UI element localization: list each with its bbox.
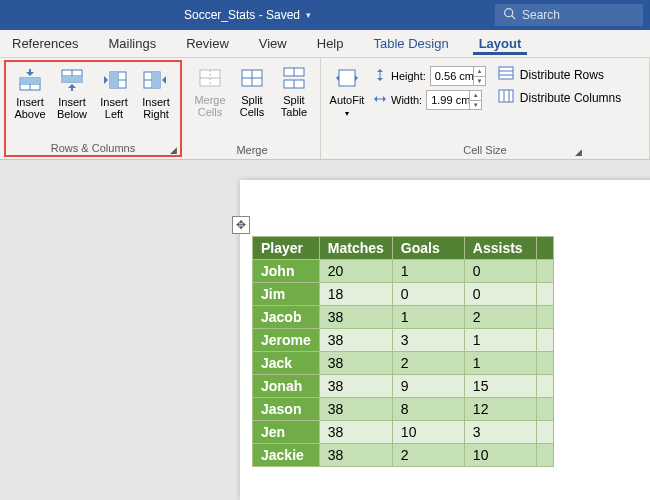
tab-review[interactable]: Review (180, 32, 235, 55)
cell-player[interactable]: John (253, 260, 320, 283)
cell-value[interactable]: 38 (319, 375, 392, 398)
search-input[interactable] (522, 8, 622, 22)
cell-value[interactable]: 1 (392, 306, 464, 329)
soccer-table[interactable]: PlayerMatchesGoalsAssists John2010Jim180… (252, 236, 554, 467)
document-title: Soccer_Stats - Saved (184, 8, 300, 22)
cell-value[interactable]: 10 (392, 421, 464, 444)
cell-value[interactable]: 1 (392, 260, 464, 283)
distribute-columns-label: Distribute Columns (520, 91, 621, 105)
height-icon (373, 68, 387, 84)
insert-left-label: InsertLeft (100, 96, 128, 120)
cell-player[interactable]: Jacob (253, 306, 320, 329)
cell-value[interactable]: 38 (319, 306, 392, 329)
title-bar: Soccer_Stats - Saved ▾ (0, 0, 650, 30)
cell-value[interactable]: 1 (464, 329, 536, 352)
dialog-launcher-icon[interactable]: ◢ (168, 145, 178, 155)
table-move-handle-icon[interactable]: ✥ (232, 216, 250, 234)
cell-value[interactable] (536, 260, 553, 283)
cell-value[interactable]: 9 (392, 375, 464, 398)
tab-mailings[interactable]: Mailings (102, 32, 162, 55)
cell-value[interactable]: 15 (464, 375, 536, 398)
insert-right-label: InsertRight (142, 96, 170, 120)
group-label-cell-size: Cell Size (463, 144, 506, 156)
tab-view[interactable]: View (253, 32, 293, 55)
insert-left-button[interactable]: InsertLeft (94, 64, 134, 139)
cell-player[interactable]: Jen (253, 421, 320, 444)
spinner-icon[interactable]: ▲▼ (469, 91, 481, 109)
cell-value[interactable] (536, 398, 553, 421)
tab-references[interactable]: References (6, 32, 84, 55)
table-header[interactable]: Player (253, 237, 320, 260)
cell-value[interactable]: 2 (464, 306, 536, 329)
cell-value[interactable]: 0 (464, 283, 536, 306)
split-table-button[interactable]: SplitTable (274, 62, 314, 141)
cell-value[interactable]: 18 (319, 283, 392, 306)
cell-value[interactable]: 38 (319, 444, 392, 467)
cell-value[interactable] (536, 375, 553, 398)
cell-value[interactable]: 1 (464, 352, 536, 375)
table-row[interactable]: Jonah38915 (253, 375, 554, 398)
cell-value[interactable]: 3 (392, 329, 464, 352)
cell-value[interactable]: 2 (392, 352, 464, 375)
insert-above-button[interactable]: InsertAbove (10, 64, 50, 139)
cell-value[interactable] (536, 329, 553, 352)
group-cell-size: AutoFit▾ Height: 0.56 cm▲▼ Width: 1.99 c… (321, 58, 650, 159)
cell-value[interactable]: 10 (464, 444, 536, 467)
search-box[interactable] (495, 4, 643, 26)
split-cells-button[interactable]: SplitCells (232, 62, 272, 141)
cell-player[interactable]: Jason (253, 398, 320, 421)
cell-value[interactable]: 38 (319, 329, 392, 352)
cell-value[interactable]: 0 (464, 260, 536, 283)
cell-value[interactable] (536, 283, 553, 306)
spinner-icon[interactable]: ▲▼ (473, 67, 485, 85)
tab-layout[interactable]: Layout (473, 32, 528, 55)
cell-player[interactable]: Jonah (253, 375, 320, 398)
table-header[interactable]: Assists (464, 237, 536, 260)
autofit-button[interactable]: AutoFit▾ (327, 62, 367, 122)
svg-rect-30 (339, 70, 355, 86)
title-dropdown-icon[interactable]: ▾ (306, 10, 311, 20)
cell-player[interactable]: Jackie (253, 444, 320, 467)
cell-value[interactable]: 0 (392, 283, 464, 306)
cell-player[interactable]: Jack (253, 352, 320, 375)
cell-value[interactable] (536, 306, 553, 329)
insert-above-label: InsertAbove (14, 96, 45, 120)
table-row[interactable]: Jen38103 (253, 421, 554, 444)
insert-below-button[interactable]: InsertBelow (52, 64, 92, 139)
distribute-rows-button[interactable]: Distribute Rows (498, 66, 621, 83)
cell-value[interactable]: 3 (464, 421, 536, 444)
cell-value[interactable] (536, 421, 553, 444)
tab-table-design[interactable]: Table Design (368, 32, 455, 55)
table-row[interactable]: Jim1800 (253, 283, 554, 306)
dialog-launcher-icon[interactable]: ◢ (573, 147, 583, 157)
height-input[interactable]: 0.56 cm▲▼ (430, 66, 486, 86)
cell-value[interactable]: 2 (392, 444, 464, 467)
width-input[interactable]: 1.99 cm▲▼ (426, 90, 482, 110)
table-header[interactable]: Goals (392, 237, 464, 260)
insert-right-button[interactable]: InsertRight (136, 64, 176, 139)
cell-value[interactable]: 38 (319, 398, 392, 421)
document-area: ✥ PlayerMatchesGoalsAssists John2010Jim1… (0, 160, 650, 500)
table-row[interactable]: Jacob3812 (253, 306, 554, 329)
table-row[interactable]: John2010 (253, 260, 554, 283)
table-row[interactable]: Jack3821 (253, 352, 554, 375)
table-row[interactable]: Jason38812 (253, 398, 554, 421)
cell-value[interactable]: 20 (319, 260, 392, 283)
table-row[interactable]: Jerome3831 (253, 329, 554, 352)
cell-player[interactable]: Jim (253, 283, 320, 306)
table-header[interactable] (536, 237, 553, 260)
cell-value[interactable]: 8 (392, 398, 464, 421)
cell-value[interactable] (536, 352, 553, 375)
distribute-columns-button[interactable]: Distribute Columns (498, 89, 621, 106)
tab-help[interactable]: Help (311, 32, 350, 55)
table-row[interactable]: Jackie38210 (253, 444, 554, 467)
cell-value[interactable] (536, 444, 553, 467)
group-rows-columns: InsertAbove InsertBelow InsertLeft Inser… (4, 60, 182, 157)
cell-value[interactable]: 38 (319, 421, 392, 444)
cell-value[interactable]: 12 (464, 398, 536, 421)
split-cells-label: SplitCells (240, 94, 264, 118)
cell-player[interactable]: Jerome (253, 329, 320, 352)
split-table-label: SplitTable (281, 94, 307, 118)
table-header[interactable]: Matches (319, 237, 392, 260)
cell-value[interactable]: 38 (319, 352, 392, 375)
